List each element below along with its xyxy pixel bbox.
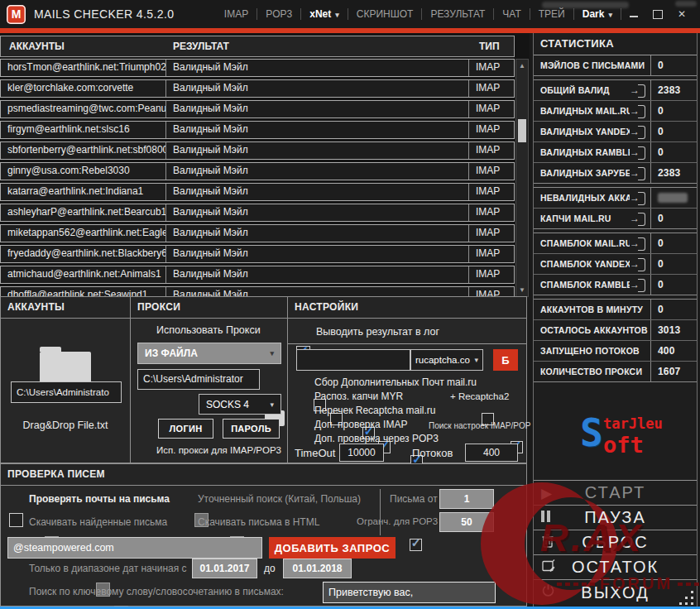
menu-separator [300, 8, 301, 20]
account-cell: psmediastreaming@twc.com:Peanut [1, 101, 165, 117]
pause-button[interactable]: ПАУЗА [534, 506, 697, 530]
date-range-label: Только в диапазоне дат начиная с [29, 563, 187, 574]
proxy-panel: ПРОКСИ ✓ Использовать Прокси ИЗ ФАЙЛА▾ C… [130, 296, 288, 463]
scroll-up-icon[interactable]: ▲ [516, 62, 528, 70]
stat-row: СПАМБЛОК YANDEX.RU → 0 [534, 254, 697, 275]
header-result: РЕЗУЛЬТАТ [173, 41, 229, 52]
captcha-service-select[interactable]: rucaptcha.co▾ [410, 349, 483, 371]
header-type: ТИП [479, 41, 500, 52]
table-row[interactable]: psmediastreaming@twc.com:Peanut Валидный… [0, 100, 515, 118]
result-cell: Валидный Мэйл [165, 204, 468, 221]
menu-item-xnet[interactable]: xNet▾ [302, 8, 347, 20]
stats-group: ОБЩИЙ ВАЛИД → 2383 ВАЛИДНЫХ MAIL.RU → 0 … [534, 79, 697, 184]
letters-from-input[interactable] [439, 489, 494, 509]
proxy-source-select[interactable]: ИЗ ФАЙЛА▾ [137, 343, 281, 364]
type-cell: IMAP [468, 101, 514, 117]
stat-row: ЗАПУЩЕНО ПОТОКОВ 400 [534, 341, 697, 362]
export-icon[interactable]: → [630, 258, 646, 271]
table-row[interactable]: kler@torchlake.com:corvette Валидный Мэй… [0, 79, 515, 98]
action-buttons: ▶ СТАРТ ПАУЗА СБРОС ОСТАТОК ВЫХОД [534, 480, 697, 607]
add-query-button[interactable]: ДОБАВИТЬ ЗАПРОС [269, 537, 396, 559]
keyword-search-label: Поиск по ключевому слову/словосочетанию … [29, 586, 284, 597]
table-row[interactable]: atmichaud@earthlink.net:Animals1 Валидны… [0, 266, 515, 284]
type-cell: IMAP [468, 122, 514, 138]
menu-item-screenshot[interactable]: СКРИНШОТ [349, 8, 421, 20]
resize-grip[interactable] [679, 588, 696, 605]
menu-separator [530, 8, 530, 20]
type-cell: IMAP [468, 80, 514, 97]
menu-item-imap[interactable]: IMAP [217, 8, 256, 20]
query-input[interactable] [7, 537, 262, 559]
imap-settings-label: Поиск настроек IMAP/POP [429, 421, 530, 430]
accounts-panel-header: АККАУНТЫ [1, 297, 130, 319]
brand-area: S tarJleu oft [534, 374, 697, 480]
reset-button[interactable]: СБРОС [534, 530, 697, 555]
balance-button[interactable]: Б [493, 349, 518, 371]
proxy-password-button[interactable]: ПАРОЛЬ [223, 419, 280, 439]
pop3-limit-input[interactable] [439, 512, 494, 532]
result-cell: Валидный Мэйл [165, 266, 468, 283]
menu-item-chat[interactable]: ЧАТ [495, 8, 528, 20]
right-column: СТАТИСТИКА МЭЙЛОВ С ПИСЬМАМИ 0 ОБЩИЙ ВАЛ… [533, 33, 698, 607]
result-cell: Валидный Мэйл [165, 101, 468, 117]
date-to-input[interactable] [283, 559, 352, 578]
chevron-down-icon: ▾ [608, 11, 612, 19]
export-icon[interactable]: → [630, 84, 646, 97]
collect-mails-label: Сбор Дополнительных Почт mail.ru [314, 376, 477, 388]
export-icon[interactable]: → [630, 126, 646, 138]
table-row[interactable]: katarra@earthlink.net:Indiana1 Валидный … [0, 183, 515, 201]
table-row[interactable]: miketappan562@earthlink.net:Eagle5 Валид… [0, 224, 515, 242]
menu-item-tray[interactable]: ТРЕЙ [531, 8, 573, 20]
stats-group: СПАМБЛОК MAIL.RU → 0 СПАМБЛОК YANDEX.RU … [534, 233, 697, 295]
scroll-down-icon[interactable]: ▼ [516, 286, 528, 294]
exit-button[interactable]: ВЫХОД [534, 580, 697, 605]
export-icon[interactable]: → [630, 167, 646, 180]
date-from-input[interactable] [192, 559, 257, 578]
log-label: Выводить результат в лог [316, 326, 439, 338]
export-icon[interactable]: → [630, 213, 646, 225]
myr-captcha-label: Распоз. капчи MYR [314, 391, 403, 402]
proxy-panel-header: ПРОКСИ [131, 297, 287, 319]
keyword-input[interactable] [323, 582, 496, 603]
check-letters-checkbox[interactable] [9, 513, 23, 527]
scrollbar-thumb[interactable] [518, 119, 526, 142]
power-icon [541, 584, 555, 602]
table-row[interactable]: ginny@usa.com:Rebel3030 Валидный Мэйл IM… [0, 162, 515, 180]
minimize-button[interactable] [622, 11, 645, 17]
maximize-button[interactable] [645, 10, 670, 19]
table-row[interactable]: fryedaddy@earthlink.net:Blackbery69 Вали… [0, 245, 515, 263]
divider [288, 343, 526, 344]
theme-select[interactable]: Dark▾ [575, 8, 620, 20]
export-icon[interactable]: → [630, 192, 646, 204]
recheck-label: Перечек Recaptcha mail.ru [314, 405, 435, 416]
stat-row: ОБЩИЙ ВАЛИД → 2383 [534, 80, 697, 101]
account-cell: fryedaddy@earthlink.net:Blackbery69 [1, 246, 165, 262]
export-icon[interactable]: → [630, 105, 646, 117]
table-scrollbar[interactable]: ▲ ▼ [515, 59, 529, 297]
stat-row: ВАЛИДНЫХ RAMBLER.RU → 0 [534, 142, 697, 163]
export-icon[interactable]: → [630, 146, 646, 159]
close-button[interactable]: ✕ [670, 8, 693, 20]
remainder-button[interactable]: ОСТАТОК [534, 555, 697, 580]
table-row[interactable]: sbfortenberry@earthlink.net:sbf0800 Вали… [0, 141, 515, 160]
threads-input[interactable] [465, 444, 518, 462]
start-button[interactable]: ▶ СТАРТ [534, 481, 697, 506]
pop3-limit-checkbox[interactable]: ✓ [410, 539, 422, 551]
type-cell: IMAP [468, 60, 514, 76]
export-icon[interactable]: → [630, 237, 646, 250]
table-row[interactable]: ashleyharP@earthlink.net:Bearcub1 Валидн… [0, 204, 515, 222]
table-row[interactable]: firgym@earthlink.net:slsc16 Валидный Мэй… [0, 121, 515, 139]
table-row[interactable]: horsTmon@earthlink.net:Triumph02 Валидны… [0, 59, 515, 77]
captcha-key-input[interactable] [296, 349, 410, 371]
timeout-input[interactable] [339, 444, 384, 462]
proxy-login-button[interactable]: ЛОГИН [158, 419, 213, 439]
accounts-file-path[interactable]: C:\Users\Administrato [11, 381, 122, 403]
menu-item-pop3[interactable]: POP3 [258, 8, 300, 20]
proxy-type-select[interactable]: SOCKS 4▾ [199, 394, 281, 415]
proxy-file-path[interactable]: C:\Users\Administrator [137, 369, 260, 390]
menu-separator [621, 8, 621, 20]
export-icon[interactable]: → [630, 279, 646, 291]
stat-row: ВАЛИДНЫХ ЗАРУБЕЖНЫХ → 2383 [534, 163, 697, 183]
menu-item-result[interactable]: РЕЗУЛЬТАТ [423, 8, 492, 20]
account-cell: horsTmon@earthlink.net:Triumph02 [1, 60, 165, 76]
